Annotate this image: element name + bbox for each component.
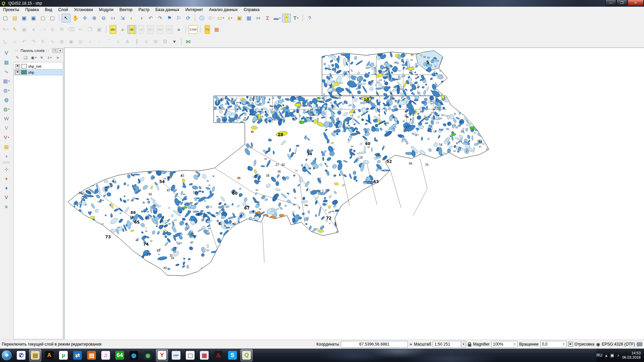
menu-raster[interactable]: Растр xyxy=(136,7,152,13)
plugin-crosshair-button[interactable]: ⊹ xyxy=(2,165,11,174)
circular-string-button[interactable]: ⚒ xyxy=(57,25,66,34)
zoom-native-button[interactable]: 1:1 xyxy=(109,14,117,22)
layer-visibility-checkbox[interactable]: ✕ xyxy=(15,64,20,68)
move-feature-button[interactable]: ✢ xyxy=(48,25,57,34)
taskbar-gis-globe[interactable]: ◉ xyxy=(142,349,154,361)
add-raster-layer-button[interactable]: ▦ xyxy=(2,58,11,67)
spin-down-icon[interactable]: ▼ xyxy=(514,344,516,346)
statistics-button[interactable]: ∺ xyxy=(254,14,263,22)
layer-labeling-button[interactable]: abc xyxy=(109,25,117,34)
taskbar-phone-app[interactable]: ✆ xyxy=(15,349,27,361)
taskbar-aimp[interactable]: A xyxy=(43,349,55,361)
snapping-options-button[interactable]: ∩ xyxy=(10,37,19,46)
redo-button[interactable]: ↷ xyxy=(29,37,38,46)
zoom-to-selection-button[interactable]: ◑ xyxy=(137,14,146,22)
filter-legend-button[interactable]: ▼ xyxy=(38,54,45,61)
scale-lock-icon[interactable] xyxy=(468,344,471,347)
split-parts-button[interactable]: ∦ xyxy=(132,37,141,46)
feature-action-button[interactable]: ⚙▾ xyxy=(207,14,216,22)
add-mssql-layer-button[interactable]: V xyxy=(2,124,11,132)
taskbar-file-manager[interactable]: ▤ xyxy=(29,349,41,361)
measure-button[interactable]: ▬▾ xyxy=(273,14,281,22)
zoom-full-button[interactable]: ⇲ xyxy=(118,14,127,22)
menu-plugins[interactable]: Модули xyxy=(96,7,116,13)
menu-data-analysis[interactable]: Анализ данных xyxy=(206,7,240,13)
restore-button[interactable]: ❐ xyxy=(616,0,627,6)
menu-help[interactable]: Справка xyxy=(241,7,263,13)
add-delimited-text-button[interactable]: ◖ xyxy=(2,152,11,161)
panel-grip[interactable] xyxy=(46,50,50,52)
start-button[interactable]: ❖ xyxy=(1,350,12,361)
crs-globe-icon[interactable]: ◉ xyxy=(596,342,600,347)
menu-projects[interactable]: Проекты xyxy=(0,7,22,13)
undo-button[interactable]: ↶ xyxy=(20,37,29,46)
new-bookmark-button[interactable]: ⚑ xyxy=(165,14,174,22)
scale-combo-arrow[interactable]: ▾ xyxy=(461,342,466,347)
field-calculator-button[interactable]: Σ xyxy=(263,14,272,22)
python-console-button[interactable]: Py xyxy=(203,25,212,34)
new-composer-button[interactable]: ▢ xyxy=(39,14,47,22)
crs-status[interactable]: EPSG:4326 (OTF) xyxy=(602,342,635,347)
scale-combo[interactable]: 1:50 251 ▾ xyxy=(433,341,466,348)
expression-filter-button[interactable]: ε▾ xyxy=(46,54,53,61)
help-button[interactable]: ? xyxy=(305,14,314,22)
add-ring-button[interactable]: ◍ xyxy=(57,37,66,46)
save-project-as-button[interactable]: ▣ xyxy=(29,14,38,22)
add-spatialite-layer-button[interactable]: ◍▾ xyxy=(2,86,11,95)
simplify-feature-button[interactable]: ∿ xyxy=(48,37,57,46)
toggle-editing-button[interactable]: ✎ xyxy=(10,25,19,34)
menu-vector[interactable]: Вектор xyxy=(116,7,136,13)
merge-features-button[interactable]: ⊎ xyxy=(142,37,151,46)
taskbar-app-64[interactable]: 64 xyxy=(114,349,126,361)
map-tips-button[interactable]: ❞ xyxy=(282,14,291,22)
taskbar-teamviewer[interactable]: ⇄ xyxy=(71,349,84,361)
taskbar-skype[interactable]: S xyxy=(226,349,238,361)
label-pin-button[interactable]: ab xyxy=(137,25,146,34)
text-annotation-button[interactable]: T▾ xyxy=(291,14,300,22)
open-layer-styling-button[interactable]: ✎ xyxy=(14,54,21,61)
messages-icon[interactable]: ··· xyxy=(637,342,642,346)
copy-features-button[interactable]: ❐ xyxy=(86,25,94,34)
menu-edit[interactable]: Правка xyxy=(22,7,42,13)
save-layer-edits-button[interactable]: ▣ xyxy=(20,25,29,34)
plugin-layers-green-button[interactable]: ≡ xyxy=(2,202,11,211)
csw-metasearch-button[interactable]: CSW xyxy=(188,25,198,34)
zoom-next-button[interactable]: ↷ xyxy=(156,14,164,22)
magnifier-spinbox[interactable]: 100% ▲▼ xyxy=(491,341,518,348)
mouse-position-icon[interactable]: ⌖ xyxy=(410,342,412,347)
rotate-feature-button[interactable]: ↻ xyxy=(39,37,47,46)
paste-features-button[interactable]: ▣ xyxy=(95,25,104,34)
open-project-button[interactable]: ▤ xyxy=(10,14,19,22)
taskbar-qgis[interactable]: Q xyxy=(240,349,253,361)
zoom-out-button[interactable]: ⊖ xyxy=(99,14,108,22)
panel-overflow-button[interactable]: » xyxy=(54,54,61,61)
taskbar-dbf-doc[interactable]: DBF xyxy=(170,349,182,361)
composer-manager-button[interactable]: ▢ xyxy=(48,14,57,22)
menu-layer[interactable]: Слой xyxy=(55,7,71,13)
select-by-form-button[interactable]: ▣ xyxy=(235,14,244,22)
cad-tools-button[interactable]: ◺ xyxy=(1,37,10,46)
layer-diagram-button[interactable]: ◕ xyxy=(118,25,127,34)
label-highlight-button[interactable]: abc xyxy=(146,25,155,34)
new-geopackage-layer-button[interactable]: ▦ xyxy=(2,142,11,151)
offset-curve-button[interactable]: ⌒ xyxy=(104,37,113,46)
zoom-to-layer-button[interactable]: ◐ xyxy=(127,14,136,22)
add-group-button[interactable]: ❏ xyxy=(22,54,29,61)
map-canvas[interactable]: 1693625379537858865499997677278661055338… xyxy=(64,48,644,340)
node-tool-button[interactable]: ∴▾ xyxy=(39,25,47,34)
label-move-button[interactable]: abc xyxy=(156,25,164,34)
add-oracle-layer-button[interactable]: V▾ xyxy=(2,133,11,142)
menu-web[interactable]: Интернет xyxy=(182,7,206,13)
taskbar-floppy-doc[interactable]: ▦ xyxy=(198,349,210,361)
delete-selected-button[interactable]: ⌫ xyxy=(67,25,75,34)
add-feature-button[interactable]: ● xyxy=(29,25,38,34)
taskbar-text-doc[interactable]: ▢ xyxy=(184,349,196,361)
attribute-table-button[interactable]: ▦ xyxy=(245,14,253,22)
add-database-layer-button[interactable]: ▦▾ xyxy=(2,77,11,85)
hidden-icons-button[interactable]: ▴ xyxy=(605,353,607,358)
layer-visibility-checkbox[interactable]: ✕ xyxy=(15,70,20,74)
volume-icon[interactable]: ♪ xyxy=(617,353,619,358)
panel-grip[interactable] xyxy=(15,50,19,52)
taskbar-utorrent[interactable]: µ xyxy=(57,349,69,361)
menu-database[interactable]: База данных xyxy=(152,7,182,13)
